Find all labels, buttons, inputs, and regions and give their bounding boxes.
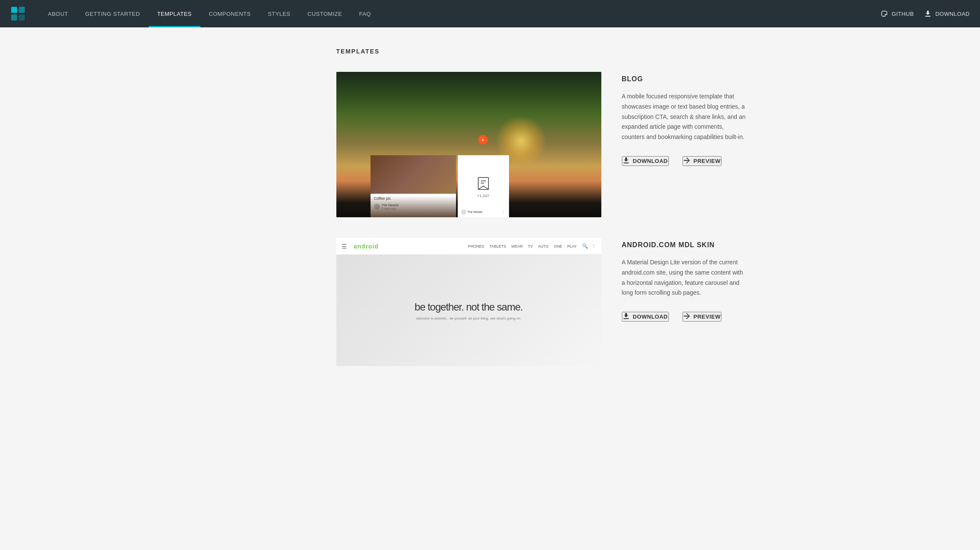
- download-nav-icon: [924, 10, 932, 18]
- download-icon: [623, 157, 630, 165]
- blog-preview-button[interactable]: Preview: [683, 156, 721, 166]
- nav-getting-started[interactable]: GETTING STARTED: [77, 0, 148, 27]
- android-logo: android: [354, 243, 379, 250]
- android-arrow-icon: [683, 313, 690, 321]
- android-preview-container: ☰ android PHONES TABLETS WEAR TV AUTO ON…: [336, 238, 601, 383]
- arrow-right-icon: [683, 157, 690, 165]
- blog-info: BLOG A mobile focused responsive templat…: [622, 72, 747, 166]
- svg-rect-1: [19, 7, 25, 13]
- android-hero-title: be together. not the same.: [415, 301, 523, 313]
- template-android-section: ☰ android PHONES TABLETS WEAR TV AUTO ON…: [336, 238, 747, 383]
- android-hero: be together. not the same. welcome to an…: [336, 255, 601, 366]
- svg-rect-9: [885, 15, 886, 17]
- blog-card-image: Coffee pic The Newist 2 days ago: [371, 155, 456, 217]
- svg-rect-14: [624, 163, 629, 163]
- blog-title: BLOG: [622, 75, 747, 83]
- android-description: A Material Design Lite version of the cu…: [622, 257, 747, 298]
- svg-rect-11: [478, 177, 489, 189]
- template-blog-section: + Coffee pic The Newist: [336, 72, 747, 217]
- orange-badge: +: [478, 135, 488, 145]
- android-nav-wear: WEAR: [511, 244, 523, 248]
- blog-right-author-label: The Newist: [468, 210, 483, 213]
- blog-download-button[interactable]: Download: [622, 156, 669, 166]
- logo[interactable]: [10, 6, 26, 21]
- svg-rect-8: [885, 14, 887, 15]
- android-menu-icon: ☰: [341, 243, 347, 250]
- blog-overlay-cards: Coffee pic The Newist 2 days ago: [371, 155, 601, 217]
- blog-right-author: The Newist: [461, 210, 483, 215]
- blog-right-avatar: [461, 210, 466, 215]
- blog-description: A mobile focused responsive template tha…: [622, 92, 747, 142]
- android-preview-button[interactable]: Preview: [683, 312, 721, 322]
- blog-card-right-meta: The Newist ⋮: [458, 209, 509, 215]
- android-search-icon[interactable]: 🔍: [582, 243, 588, 249]
- blog-preview: + Coffee pic The Newist: [336, 72, 601, 217]
- github-icon: [880, 10, 888, 18]
- main-content: TEMPLATES +: [234, 27, 747, 424]
- android-nav-tablets: TABLETS: [489, 244, 506, 248]
- blog-hero-image: + Coffee pic The Newist: [336, 72, 601, 217]
- blog-preview-label: Preview: [694, 158, 721, 164]
- android-nav-icons: 🔍 ⋮: [582, 243, 596, 249]
- android-nav-play: PLAY: [567, 244, 577, 248]
- android-hero-subtitle: welcome to android... be yourself. do yo…: [416, 316, 521, 320]
- android-download-button[interactable]: Download: [622, 312, 669, 322]
- blog-card-img: [371, 155, 456, 194]
- nav-about[interactable]: ABOUT: [39, 0, 77, 27]
- svg-rect-3: [19, 15, 25, 21]
- blog-card-bookmark-icon: [475, 175, 492, 192]
- navbar-actions: GitHub Download: [880, 10, 970, 18]
- svg-rect-10: [925, 16, 930, 17]
- blog-actions: Download Preview: [622, 156, 747, 166]
- svg-rect-4: [882, 11, 886, 12]
- svg-rect-7: [882, 16, 885, 17]
- download-nav-label: Download: [935, 11, 970, 17]
- android-nav-tv: TV: [528, 244, 533, 248]
- android-download-label: Download: [633, 313, 668, 320]
- svg-rect-6: [886, 12, 887, 14]
- nav-styles[interactable]: STYLES: [259, 0, 299, 27]
- blog-download-label: Download: [633, 158, 668, 164]
- android-nav-auto: AUTO: [538, 244, 549, 248]
- svg-rect-15: [624, 318, 629, 319]
- download-nav-link[interactable]: Download: [924, 10, 970, 18]
- android-download-icon: [623, 313, 630, 321]
- android-nav-links: PHONES TABLETS WEAR TV AUTO ONE PLAY: [468, 244, 577, 248]
- svg-rect-0: [11, 7, 17, 13]
- blog-count: +1,337: [477, 194, 489, 198]
- blog-card-more-icon[interactable]: ⋮: [501, 209, 506, 215]
- blog-card-icon-card: +1,337 The Newist ⋮: [458, 155, 509, 217]
- android-preview-label: Preview: [694, 313, 721, 320]
- android-nav-one: ONE: [554, 244, 562, 248]
- android-nav-phones: PHONES: [468, 244, 484, 248]
- android-navbar: ☰ android PHONES TABLETS WEAR TV AUTO ON…: [336, 238, 601, 255]
- navbar: ABOUT GETTING STARTED TEMPLATES COMPONEN…: [0, 0, 980, 27]
- nav-faq[interactable]: FAQ: [350, 0, 380, 27]
- android-info: ANDROID.COM MDL SKIN A Material Design L…: [622, 238, 747, 322]
- logo-icon: [10, 6, 26, 21]
- nav-templates[interactable]: TEMPLATES: [149, 0, 200, 27]
- nav-customize[interactable]: CUSTOMIZE: [299, 0, 351, 27]
- android-actions: Download Preview: [622, 312, 747, 322]
- android-preview: ☰ android PHONES TABLETS WEAR TV AUTO ON…: [336, 238, 601, 383]
- android-title: ANDROID.COM MDL SKIN: [622, 241, 747, 249]
- github-label: GitHub: [892, 11, 914, 17]
- svg-rect-5: [881, 12, 882, 16]
- page-title: TEMPLATES: [336, 48, 747, 55]
- svg-rect-2: [11, 15, 17, 21]
- nav-menu: ABOUT GETTING STARTED TEMPLATES COMPONEN…: [39, 0, 880, 27]
- img-overlay: [371, 196, 456, 217]
- github-link[interactable]: GitHub: [880, 10, 914, 18]
- android-more-icon[interactable]: ⋮: [592, 243, 596, 249]
- nav-components[interactable]: COMPONENTS: [200, 0, 259, 27]
